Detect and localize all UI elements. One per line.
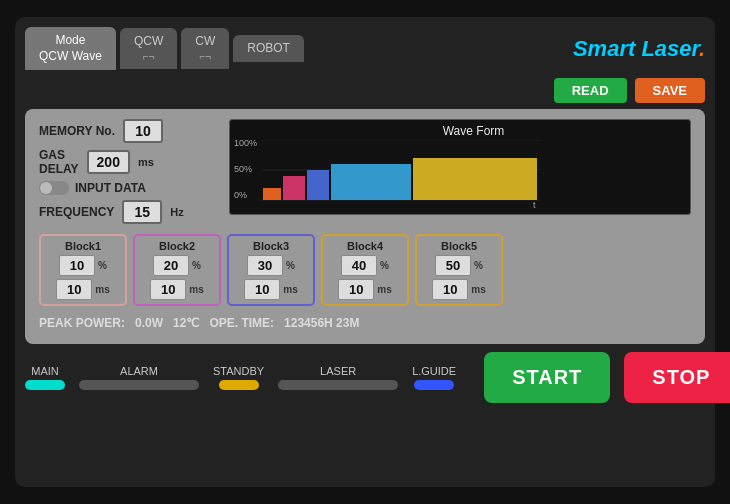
action-bar: READ SAVE (25, 78, 705, 103)
save-button[interactable]: SAVE (635, 78, 705, 103)
tab-qcw[interactable]: QCW ⌐¬ (120, 28, 177, 69)
ope-time-value: 123456H 23M (284, 316, 359, 330)
block5-ms-row: 10 ms (432, 279, 485, 300)
block2-label: Block2 (159, 240, 195, 252)
block5: Block5 50 % 10 ms (415, 234, 503, 306)
tab-cw-line1: CW (195, 34, 215, 50)
chart-0-label: 0% (234, 190, 257, 200)
chart-50-label: 50% (234, 164, 257, 174)
tab-cw[interactable]: CW ⌐¬ (181, 28, 229, 69)
laser-indicator (278, 380, 398, 390)
block4-label: Block4 (347, 240, 383, 252)
left-controls: MEMORY No. 10 GASDELAY 200 ms INPUT DATA… (39, 119, 219, 224)
frequency-value[interactable]: 15 (122, 200, 162, 224)
alarm-label: ALARM (120, 365, 158, 377)
alarm-bar: ALARM (79, 365, 199, 390)
memory-label: MEMORY No. (39, 124, 115, 138)
gas-delay-row: GASDELAY 200 ms (39, 148, 219, 176)
top-bar: Mode QCW Wave QCW ⌐¬ CW ⌐¬ ROBOT Smart L… (25, 27, 705, 70)
chart-100-label: 100% (234, 138, 257, 148)
block4-pct-unit: % (380, 260, 389, 271)
block4-pct-value[interactable]: 40 (341, 255, 377, 276)
block3-pct-unit: % (286, 260, 295, 271)
main-label: MAIN (31, 365, 59, 377)
stop-button[interactable]: STOP (624, 352, 730, 403)
tab-qcw-wave[interactable]: Mode QCW Wave (25, 27, 116, 70)
lguide-indicator-item: L.GUIDE (412, 365, 456, 390)
block4-ms-unit: ms (377, 284, 391, 295)
waveform-chart: t (261, 140, 541, 210)
peak-power-label: PEAK POWER: (39, 316, 125, 330)
laser-label: LASER (320, 365, 356, 377)
bottom-bar: MAIN ALARM STANDBY LASER L.GUIDE START S… (25, 352, 705, 403)
block3-label: Block3 (253, 240, 289, 252)
lguide-label: L.GUIDE (412, 365, 456, 377)
main-indicator (25, 380, 65, 390)
tab-qcw-wave-line1: Mode (55, 33, 85, 49)
block1-pct-value[interactable]: 10 (59, 255, 95, 276)
gas-delay-label: GASDELAY (39, 148, 79, 176)
standby-indicator-item: STANDBY (213, 365, 264, 390)
blocks-row: Block1 10 % 10 ms Block2 20 % 10 ms (39, 234, 691, 306)
block2-pct-row: 20 % (153, 255, 201, 276)
block5-ms-value[interactable]: 10 (432, 279, 468, 300)
block1-label: Block1 (65, 240, 101, 252)
tab-qcw-wave-line2: QCW Wave (39, 49, 102, 65)
block5-pct-row: 50 % (435, 255, 483, 276)
tab-cw-symbol: ⌐¬ (199, 50, 211, 63)
frequency-label: FREQUENCY (39, 205, 114, 219)
block4-ms-value[interactable]: 10 (338, 279, 374, 300)
brand-name: Smart Laser. (573, 36, 705, 62)
block2-pct-value[interactable]: 20 (153, 255, 189, 276)
input-data-toggle[interactable] (39, 181, 69, 195)
block3: Block3 30 % 10 ms (227, 234, 315, 306)
tab-qcw-symbol: ⌐¬ (143, 50, 155, 63)
frequency-unit: Hz (170, 206, 183, 218)
standby-label: STANDBY (213, 365, 264, 377)
block1-ms-unit: ms (95, 284, 109, 295)
block2-ms-value[interactable]: 10 (150, 279, 186, 300)
svg-rect-4 (263, 188, 281, 200)
block3-ms-row: 10 ms (244, 279, 297, 300)
block1-ms-value[interactable]: 10 (56, 279, 92, 300)
peak-power-value: 0.0W (135, 316, 163, 330)
frequency-row: FREQUENCY 15 Hz (39, 200, 219, 224)
svg-text:t: t (533, 200, 536, 210)
start-button[interactable]: START (484, 352, 610, 403)
block2-ms-unit: ms (189, 284, 203, 295)
block5-label: Block5 (441, 240, 477, 252)
gas-delay-value[interactable]: 200 (87, 150, 130, 174)
main-container: Mode QCW Wave QCW ⌐¬ CW ⌐¬ ROBOT Smart L… (15, 17, 715, 487)
tab-robot[interactable]: ROBOT (233, 35, 304, 63)
read-button[interactable]: READ (554, 78, 627, 103)
memory-row: MEMORY No. 10 (39, 119, 219, 143)
svg-rect-5 (283, 176, 305, 200)
block3-pct-row: 30 % (247, 255, 295, 276)
ope-time-label: OPE. TIME: (209, 316, 274, 330)
svg-rect-7 (331, 164, 411, 200)
gas-delay-unit: ms (138, 156, 154, 168)
main-indicator-item: MAIN (25, 365, 65, 390)
input-data-label: INPUT DATA (75, 181, 146, 195)
block5-pct-unit: % (474, 260, 483, 271)
block5-ms-unit: ms (471, 284, 485, 295)
block3-ms-value[interactable]: 10 (244, 279, 280, 300)
block3-ms-unit: ms (283, 284, 297, 295)
laser-bar: LASER (278, 365, 398, 390)
status-bar: PEAK POWER: 0.0W 12℃ OPE. TIME: 123456H … (39, 312, 691, 334)
tab-robot-line1: ROBOT (247, 41, 290, 57)
block3-pct-value[interactable]: 30 (247, 255, 283, 276)
content-row: MEMORY No. 10 GASDELAY 200 ms INPUT DATA… (39, 119, 691, 224)
chart-area: 100% 50% 0% Wave Form (229, 119, 691, 215)
input-data-row: INPUT DATA (39, 181, 219, 195)
block1: Block1 10 % 10 ms (39, 234, 127, 306)
right-chart: 100% 50% 0% Wave Form (229, 119, 691, 215)
memory-value[interactable]: 10 (123, 119, 163, 143)
lguide-indicator (414, 380, 454, 390)
block4-pct-row: 40 % (341, 255, 389, 276)
block1-pct-row: 10 % (59, 255, 107, 276)
block5-pct-value[interactable]: 50 (435, 255, 471, 276)
block4: Block4 40 % 10 ms (321, 234, 409, 306)
block2-pct-unit: % (192, 260, 201, 271)
block1-pct-unit: % (98, 260, 107, 271)
